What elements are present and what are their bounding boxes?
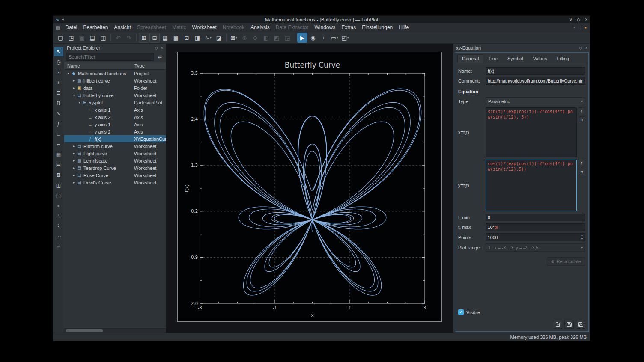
tree-row-x-axis-2[interactable]: ∟x axis 2Axis	[64, 113, 166, 121]
crosshair-button[interactable]: +	[319, 33, 329, 43]
worksheet-page[interactable]: -3-1133.52.41.30.2-0.9-2.0Butterfly Curv…	[177, 52, 442, 322]
project-explorer-header[interactable]: Project Explorer ◇ ×	[64, 44, 166, 52]
print-button[interactable]: ▤	[87, 33, 98, 43]
tab-values[interactable]: Values	[528, 54, 552, 63]
points-spinbox[interactable]: ▴ ▾	[486, 233, 585, 241]
minimize-button[interactable]: ∨	[569, 17, 572, 22]
menu-extras[interactable]: Extras	[338, 24, 359, 31]
tool-zoom-x[interactable]: ⊞	[54, 78, 63, 87]
visible-checkbox[interactable]: ✓	[458, 309, 464, 315]
tool-dots-horizontal[interactable]: ⋯	[54, 232, 63, 241]
tool-anchor[interactable]: ∴	[54, 211, 63, 221]
insert-function-y-button[interactable]: ƒ	[578, 160, 585, 166]
column-type[interactable]: Type	[133, 62, 166, 69]
tool-add-legend[interactable]: ⌐	[54, 139, 63, 149]
tool-zoom-y[interactable]: ⊟	[54, 88, 63, 98]
lock-toolbar-icon[interactable]: ◻	[579, 26, 582, 30]
pin-icon[interactable]: ➤	[61, 17, 66, 22]
tool-shift[interactable]: ⇅	[54, 98, 63, 108]
add-text-button[interactable]: ◪	[214, 33, 224, 43]
notification-icon[interactable]: ●	[584, 26, 587, 30]
expand-icon[interactable]: ▸	[72, 166, 76, 170]
expand-icon[interactable]: ▸	[72, 159, 76, 163]
export-function-button[interactable]	[553, 320, 562, 329]
menu-windows[interactable]: Windows	[312, 24, 339, 31]
print-preview-button[interactable]: ◫	[98, 33, 108, 43]
expand-icon[interactable]: ▸	[72, 151, 76, 155]
menu-hilfe[interactable]: Hilfe	[396, 24, 412, 31]
tool-add-box[interactable]: ▢	[54, 191, 63, 200]
collapse-icon[interactable]: ▾	[72, 93, 76, 97]
expand-icon[interactable]: ▸	[72, 173, 76, 177]
tool-add-curve[interactable]: ∿	[54, 109, 63, 118]
tool-select-pointer[interactable]: ↖	[54, 47, 63, 56]
menu-bearbeiten[interactable]: Bearbeiten	[80, 24, 111, 31]
tree-column-header[interactable]: Name Type	[64, 62, 166, 70]
x-equation-input[interactable]: sin(t)*(exp(cos(t))-2*cos(4*t)-pow(sin(t…	[486, 107, 577, 157]
tab-general[interactable]: General	[457, 54, 483, 63]
tool-add-axis[interactable]: ∟	[54, 129, 63, 139]
overflow-menu-icon[interactable]: ≡	[574, 26, 576, 30]
menu-ansicht[interactable]: Ansicht	[111, 24, 134, 31]
tool-more[interactable]: ≡	[54, 242, 63, 252]
expand-icon[interactable]: ▸	[72, 144, 76, 148]
tool-dots-vertical[interactable]: ⋮	[54, 222, 63, 231]
y-equation-input[interactable]: cos(t)*(exp(cos(t))-2*cos(4*t)-pow(sin(t…	[486, 160, 577, 211]
open-project-button[interactable]: ◳	[66, 33, 76, 43]
tab-line[interactable]: Line	[484, 54, 502, 63]
collapse-icon[interactable]: ▾	[77, 101, 82, 104]
save-function-button[interactable]	[564, 320, 574, 329]
tool-crosshair[interactable]: ◎	[54, 57, 63, 67]
tree-row-y-axis-1[interactable]: ∟y axis 1Axis	[64, 121, 166, 128]
new-worksheet-button[interactable]: ⊞	[139, 33, 149, 43]
tree-row-y-axis-2[interactable]: ∟y axis 2Axis	[64, 128, 166, 135]
menu-analysis[interactable]: Analysis	[247, 24, 273, 31]
tree-row-eight-curve[interactable]: ▸▤Eight curveWorksheet	[64, 150, 166, 157]
tool-split-view[interactable]: ◫	[54, 181, 63, 190]
new-notebook-button[interactable]: ◨	[192, 33, 203, 43]
tree-row-xy-plot[interactable]: ▾⊞xy-plotCartesianPlot	[64, 99, 166, 106]
play-button[interactable]: ▶	[297, 33, 307, 43]
menu-worksheet[interactable]: Worksheet	[189, 24, 220, 31]
maximize-button[interactable]: ◇	[577, 17, 580, 22]
collapse-icon[interactable]: ▾	[66, 71, 71, 75]
insert-constant-y-button[interactable]: π	[578, 169, 585, 175]
worksheet-view[interactable]: -3-1133.52.41.30.2-0.9-2.0Butterfly Curv…	[166, 44, 453, 333]
new-plot-button[interactable]: ∿▾	[203, 33, 213, 43]
close-button[interactable]: ×	[585, 17, 587, 22]
type-combobox[interactable]: Parametric ▾	[486, 97, 585, 105]
new-matrix-button[interactable]: ▦	[160, 33, 170, 43]
tool-zoom-select[interactable]: ⊡	[54, 68, 63, 77]
comment-input[interactable]	[486, 77, 585, 85]
points-input[interactable]	[486, 234, 579, 241]
spin-up-icon[interactable]: ▴	[581, 234, 583, 237]
tool-select-region[interactable]: ⊠	[54, 170, 63, 180]
tree-row-mathematical-functions[interactable]: ▾◆Mathematical functionsProject	[64, 70, 166, 77]
tool-add-plot[interactable]: ▦	[54, 150, 63, 159]
tree-row-f-x[interactable]: ƒf(x)XYEquationCurve	[64, 135, 166, 142]
scrollbar-thumb[interactable]	[66, 329, 103, 332]
tab-filling[interactable]: Filling	[552, 54, 574, 63]
zone-select-button[interactable]: ⊠▾	[229, 33, 239, 43]
t-max-input[interactable]: 10*pi	[486, 223, 585, 231]
import-data-button[interactable]: ⊡	[182, 33, 192, 43]
float-dock-icon[interactable]: ◇	[579, 46, 582, 50]
tab-symbol[interactable]: Symbol	[503, 54, 528, 63]
search-input[interactable]	[66, 53, 154, 61]
tree-row-piriform-curve[interactable]: ▸▤Piriform curveWorksheet	[64, 142, 166, 150]
tree-row-data[interactable]: ▸▣dataFolder	[64, 84, 166, 92]
new-spreadsheet-button[interactable]: ⊟	[149, 33, 160, 43]
tree-row-butterfly-curve[interactable]: ▾▤Butterfly curveWorksheet	[64, 92, 166, 99]
t-min-input[interactable]	[486, 214, 585, 221]
dock-header[interactable]: xy-Equation ◇ ×	[453, 44, 590, 52]
insert-constant-x-button[interactable]: π	[578, 116, 585, 123]
column-name[interactable]: Name	[64, 63, 133, 68]
expand-icon[interactable]: ▸	[72, 181, 76, 184]
tree-row-devil-s-curve[interactable]: ▸▤Devil's CurveWorksheet	[64, 179, 166, 186]
tree-row-lemniscate[interactable]: ▸▤LemniscateWorksheet	[64, 157, 166, 164]
save-as-function-button[interactable]	[576, 320, 585, 329]
tool-add-image[interactable]: ▤	[54, 160, 63, 169]
tree-row-x-axis-1[interactable]: ∟x axis 1Axis	[64, 106, 166, 113]
insert-function-x-button[interactable]: ƒ	[578, 107, 585, 114]
menu-einstellungen[interactable]: Einstellungen	[359, 24, 396, 31]
